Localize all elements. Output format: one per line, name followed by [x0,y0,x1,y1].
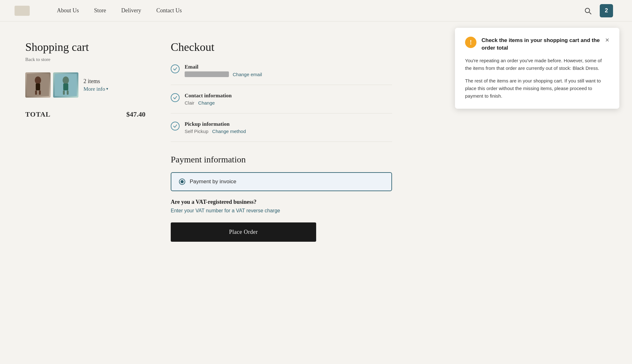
checkout-step-contact: Contact information Clair Change [171,93,392,113]
svg-point-3 [35,76,41,84]
nav-right: 2 [582,4,613,17]
svg-rect-4 [36,83,40,90]
payment-option-label: Payment by invoice [190,179,236,185]
vat-link[interactable]: Enter your VAT number for a VAT reverse … [171,208,392,214]
notification-header: ! Check the items in your shopping cart … [465,37,609,52]
email-value [185,71,229,77]
total-label: TOTAL [25,110,51,118]
radio-dot [181,180,184,183]
change-pickup-link[interactable]: Change method [212,129,246,134]
pickup-value-row: Self Pickup Change method [185,129,392,134]
svg-point-0 [585,8,590,13]
step-check-email [171,64,180,73]
cart-title: Shopping cart [25,40,145,54]
logo[interactable] [13,4,32,17]
svg-rect-9 [63,83,68,90]
cart-item-info: 2 items More info ▾ [83,78,108,92]
contact-value: Clair [185,100,194,106]
chevron-down-icon: ▾ [106,87,108,91]
notification-title: Check the items in your shopping cart an… [482,37,600,52]
email-value-row: Change email [185,71,392,77]
vat-section: Are you a VAT-registered business? Enter… [171,199,392,214]
cart-item-image-1 [25,72,51,98]
items-count: 2 items [83,78,108,85]
payment-option-invoice[interactable]: Payment by invoice [171,172,392,191]
close-notification-button[interactable]: × [605,37,609,44]
more-info-link[interactable]: More info ▾ [83,86,108,92]
vat-question: Are you a VAT-registered business? [171,199,392,205]
pickup-value: Self Pickup [185,129,208,134]
step-content-pickup: Pickup information Self Pickup Change me… [185,121,392,134]
cart-items: 2 items More info ▾ [25,72,145,98]
nav-links: About Us Store Delivery Contact Us [57,7,182,14]
cart-item-image-2 [53,72,78,98]
notification-body-2: The rest of the items are in your shoppi… [465,77,609,100]
checkout-step-email: Email Change email [171,64,392,85]
cart-total-row: TOTAL $47.40 [25,105,145,118]
nav-store[interactable]: Store [94,7,106,14]
pickup-label: Pickup information [185,121,392,127]
total-amount: $47.40 [126,110,146,118]
notification-popup: ! Check the items in your shopping cart … [455,28,619,109]
back-to-store-link[interactable]: Back to store [25,57,145,62]
svg-rect-5 [35,90,37,95]
step-check-pickup [171,122,180,130]
cart-section: Shopping cart Back to store [25,40,145,242]
search-icon[interactable] [582,5,593,16]
nav-contact[interactable]: Contact Us [156,7,182,14]
notification-body: You're repeating an order you've made be… [465,57,609,100]
svg-line-1 [589,12,591,14]
svg-rect-10 [63,90,65,95]
email-label: Email [185,64,392,70]
contact-label: Contact information [185,93,392,99]
svg-point-8 [63,76,69,84]
cart-count: 2 [605,7,608,14]
cart-button[interactable]: 2 [600,4,613,17]
notification-body-1: You're repeating an order you've made be… [465,57,609,72]
contact-value-row: Clair Change [185,100,392,106]
place-order-button[interactable]: Place Order [171,222,316,242]
step-content-email: Email Change email [185,64,392,77]
step-check-contact [171,93,180,102]
svg-rect-11 [67,90,69,95]
change-email-link[interactable]: Change email [233,72,262,77]
svg-rect-6 [39,90,41,95]
cart-item-images [25,72,78,98]
more-info-label: More info [83,86,105,92]
nav-about[interactable]: About Us [57,7,79,14]
change-contact-link[interactable]: Change [198,100,215,106]
payment-title: Payment information [171,155,392,165]
step-content-contact: Contact information Clair Change [185,93,392,106]
checkout-section: Checkout Email Change email [171,40,392,242]
payment-section: Payment information Payment by invoice A… [171,155,392,242]
checkout-title: Checkout [171,40,392,54]
navigation: About Us Store Delivery Contact Us 2 [0,0,632,21]
payment-radio [179,179,185,185]
warning-icon: ! [465,37,476,48]
checkout-step-pickup: Pickup information Self Pickup Change me… [171,121,392,142]
nav-delivery[interactable]: Delivery [121,7,141,14]
main-content: Shopping cart Back to store [0,21,632,267]
